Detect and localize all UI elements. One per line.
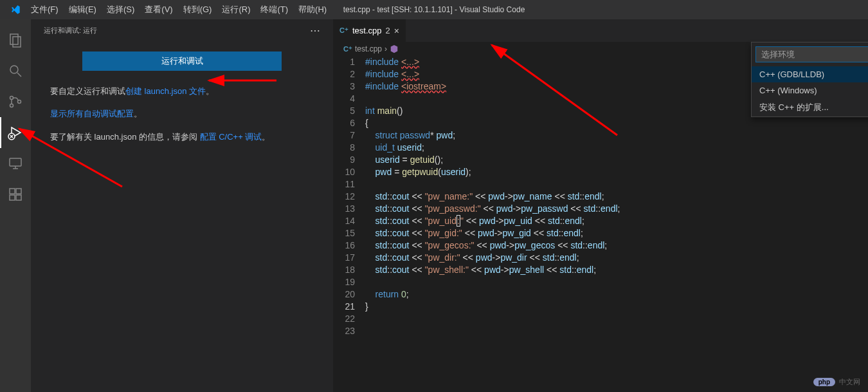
show-all-configs-link[interactable]: 显示所有自动调试配置 — [50, 109, 134, 118]
titlebar: 文件(F)编辑(E)选择(S)查看(V)转到(G)运行(R)终端(T)帮助(H)… — [0, 0, 868, 19]
editor-area: C⁺ test.cpp 2 × C⁺ test.cpp › 1234567891… — [333, 19, 868, 392]
svg-rect-15 — [16, 189, 21, 194]
svg-point-4 — [10, 97, 14, 100]
menubar: 文件(F)编辑(E)选择(S)查看(V)转到(G)运行(R)终端(T)帮助(H) — [26, 0, 332, 19]
activitybar — [0, 19, 31, 392]
tab-testcpp[interactable]: C⁺ test.cpp 2 × — [333, 19, 406, 42]
activity-remote[interactable] — [0, 148, 31, 179]
editor-tabs: C⁺ test.cpp 2 × — [333, 19, 868, 42]
chevron-right-icon: › — [384, 44, 387, 53]
sidebar-para-3: 要了解有关 launch.json 的信息，请参阅 配置 C/C++ 调试。 — [50, 129, 314, 144]
svg-rect-12 — [10, 189, 15, 194]
activity-debug[interactable] — [0, 117, 31, 148]
menu-item[interactable]: 帮助(H) — [293, 0, 332, 19]
vscode-logo-icon — [10, 5, 21, 15]
menu-item[interactable]: 转到(G) — [178, 0, 217, 19]
svg-rect-9 — [10, 158, 21, 166]
activity-scm[interactable] — [0, 86, 31, 117]
tab-label: test.cpp — [352, 26, 382, 35]
debug-sidebar: 运行和调试: 运行 ⋯ 运行和调试 要自定义运行和调试创建 launch.jso… — [31, 19, 333, 392]
svg-rect-13 — [10, 195, 15, 200]
breadcrumb-file: test.cpp — [355, 44, 382, 53]
svg-point-2 — [10, 66, 18, 73]
sidebar-para-2: 显示所有自动调试配置。 — [50, 106, 314, 121]
run-debug-button[interactable]: 运行和调试 — [82, 51, 282, 71]
quickpick-input[interactable] — [755, 46, 868, 62]
tab-modified-badge: 2 — [385, 26, 390, 35]
svg-point-5 — [10, 104, 14, 107]
quickpick-select-environment: C++ (GDB/LLDB)C++ (Windows)安装 C++ 的扩展... — [751, 42, 868, 117]
svg-rect-14 — [16, 195, 21, 200]
activity-explorer[interactable] — [0, 24, 31, 55]
cpp-file-icon: C⁺ — [339, 26, 348, 35]
quickpick-item[interactable]: 安装 C++ 的扩展... — [752, 98, 868, 117]
menu-item[interactable]: 终端(T) — [255, 0, 293, 19]
sidebar-title: 运行和调试: 运行 — [44, 26, 97, 35]
quickpick-item[interactable]: C++ (GDB/LLDB) — [752, 66, 868, 82]
menu-item[interactable]: 文件(F) — [26, 0, 64, 19]
menu-item[interactable]: 编辑(E) — [64, 0, 102, 19]
activity-search[interactable] — [0, 55, 31, 86]
close-icon[interactable]: × — [394, 26, 399, 36]
symbol-icon — [390, 44, 399, 53]
sidebar-para-1: 要自定义运行和调试创建 launch.json 文件。 — [50, 84, 314, 98]
window-title: test.cpp - test [SSH: 10.1.1.101] - Visu… — [343, 5, 525, 14]
php-badge: php — [813, 378, 835, 386]
svg-line-3 — [17, 73, 21, 77]
menu-item[interactable]: 选择(S) — [102, 0, 140, 19]
create-launchjson-link[interactable]: 创建 launch.json 文件 — [125, 86, 206, 96]
activity-extensions[interactable] — [0, 179, 31, 210]
svg-rect-1 — [13, 37, 21, 47]
quickpick-item[interactable]: C++ (Windows) — [752, 82, 868, 98]
sidebar-more-icon[interactable]: ⋯ — [310, 24, 320, 37]
watermark: php 中文网 — [813, 377, 860, 387]
menu-item[interactable]: 查看(V) — [140, 0, 177, 19]
cpp-file-icon: C⁺ — [343, 45, 352, 53]
svg-point-6 — [18, 100, 21, 104]
menu-item[interactable]: 运行(R) — [217, 0, 255, 19]
svg-rect-0 — [10, 34, 18, 44]
configure-cpp-debug-link[interactable]: 配置 C/C++ 调试 — [200, 132, 262, 142]
